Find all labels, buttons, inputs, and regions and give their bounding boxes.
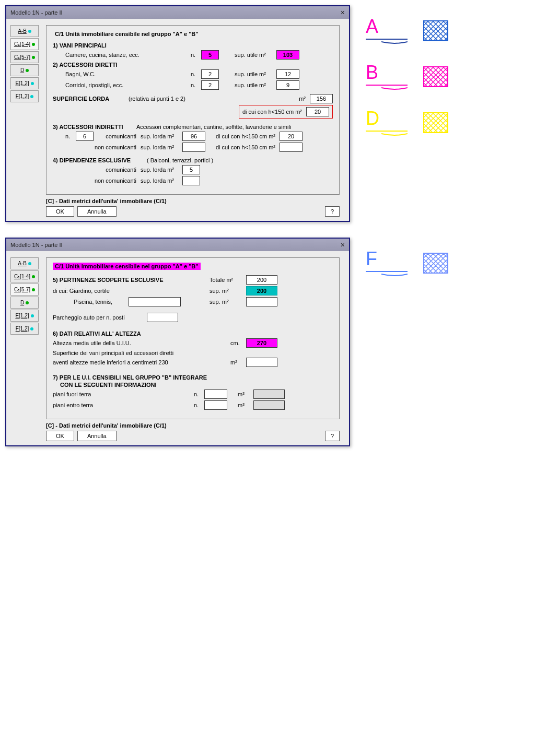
tab-c114[interactable]: C₁[1-4]: [10, 270, 39, 282]
section-3: 3) ACCESSORI INDIRETTI: [53, 124, 136, 130]
label-giardino: di cui: Giardino, cortile: [53, 288, 210, 294]
legend-hl: C/1 Unità immobiliare censibile nel grup…: [53, 263, 201, 270]
input-altezza[interactable]: [246, 338, 277, 348]
section-7: 7) PER LE U.I. CENSIBILI NEL GRUPPO "B" …: [53, 374, 333, 381]
dot-icon: [32, 288, 35, 291]
label-sup-utile: sup. utile m²: [235, 52, 276, 58]
section-5: 5) PERTINENZE SCOPERTE ESCLUSIVE: [53, 277, 210, 283]
input-s3-com[interactable]: [182, 132, 205, 141]
input-fuori-m3[interactable]: [253, 389, 285, 399]
legend-area-bottom: F: [366, 238, 496, 294]
input-h150[interactable]: [306, 107, 329, 116]
tab-d[interactable]: D: [10, 297, 39, 309]
input-s2b-n[interactable]: [201, 80, 219, 90]
help-button[interactable]: ?: [325, 431, 340, 441]
label-s6b: Superficie dei vani principali ed access…: [53, 350, 173, 356]
letter-b: B: [366, 62, 413, 84]
label-h150: di cui con h<150 cm m²: [216, 133, 275, 139]
label-sup: sup. m²: [210, 299, 246, 305]
help-button[interactable]: ?: [325, 206, 340, 217]
tab-f12[interactable]: F[1,2]: [10, 323, 39, 335]
dot-icon: [30, 95, 33, 98]
legend: C/1 Unità immobiliare censibile nel grup…: [53, 31, 201, 37]
input-s3-noncom-h150[interactable]: [280, 143, 303, 152]
label-s6c: aventi altezze medie inferiori a centime…: [53, 359, 230, 365]
tab-c114[interactable]: C₁[1-4]: [10, 38, 39, 50]
tab-c157[interactable]: C₁[5-7]: [10, 284, 39, 296]
sidebar: A-B C₁[1-4] C₁[5-7] D E[1,2] F[1,2]: [10, 257, 39, 441]
input-piscina[interactable]: [246, 297, 277, 306]
titlebar: Modello 1N - parte II ×: [6, 6, 349, 19]
letter-f: F: [366, 248, 413, 270]
label-n: n.: [65, 133, 76, 139]
hatch-icon: [423, 253, 448, 274]
tab-c157[interactable]: C₁[5-7]: [10, 51, 39, 63]
dot-icon: [26, 69, 29, 72]
label-superficie-lorda: SUPERFICIE LORDA: [53, 96, 129, 102]
label-n: n.: [194, 391, 204, 397]
input-entro-m3[interactable]: [253, 400, 285, 410]
dot-icon: [32, 275, 35, 278]
label-m2: m²: [299, 96, 306, 102]
input-giardino[interactable]: [246, 286, 277, 296]
close-icon[interactable]: ×: [341, 241, 345, 249]
input-s1-n[interactable]: [201, 50, 219, 60]
label-fuori-terra: piani fuori terra: [53, 391, 194, 397]
input-s4-noncom[interactable]: [182, 176, 200, 185]
tab-ab[interactable]: A-B: [10, 25, 39, 37]
cancel-button[interactable]: Annulla: [77, 431, 117, 441]
label-sup-lorda: sup. lorda m²: [141, 144, 182, 150]
dialog-top: Modello 1N - parte II × A-B C₁[1-4] C₁[5…: [5, 5, 350, 222]
label-sup-lorda: sup. lorda m²: [141, 133, 182, 139]
legend-item-a: A: [366, 16, 496, 46]
tab-f12[interactable]: F[1,2]: [10, 90, 39, 102]
label-m2: m²: [230, 359, 246, 365]
window-title: Modello 1N - parte II: [10, 9, 63, 16]
section-2: 2) ACCESSORI DIRETTI: [53, 62, 333, 68]
dialog-bottom: Modello 1N - parte II × A-B C₁[1-4] C₁[5…: [5, 238, 350, 446]
input-s1-sup[interactable]: [276, 50, 299, 60]
input-s4-com[interactable]: [182, 165, 200, 174]
input-s2a-n[interactable]: [201, 69, 219, 79]
window-title: Modello 1N - parte II: [10, 242, 63, 248]
letter-a: A: [366, 16, 413, 38]
section-4: 4) DIPENDENZE ESCLUSIVE: [53, 157, 147, 163]
input-s3-noncom[interactable]: [182, 143, 205, 152]
input-s6-m2[interactable]: [246, 358, 277, 367]
legend-item-d: D: [366, 108, 496, 138]
input-s2b-sup[interactable]: [276, 80, 299, 90]
label-corridoi: Corridoi, ripostigli, ecc.: [65, 82, 191, 88]
cancel-button[interactable]: Annulla: [77, 206, 117, 217]
input-piscina-desc[interactable]: [129, 297, 181, 306]
label-totale: Totale m²: [210, 277, 246, 283]
label-m3: m³: [238, 391, 253, 397]
titlebar: Modello 1N - parte II ×: [6, 239, 349, 251]
label-sup-utile: sup. utile m²: [235, 71, 276, 77]
label-piscina: Piscina, tennis,: [74, 299, 129, 305]
label-parcheggio: Parcheggio auto per n. posti: [53, 314, 147, 321]
label-entro-terra: piani entro terra: [53, 402, 194, 408]
label-n: n.: [191, 82, 201, 88]
tab-ab[interactable]: A-B: [10, 257, 39, 269]
dot-icon: [30, 327, 33, 330]
input-entro-n[interactable]: [204, 400, 227, 410]
input-fuori-n[interactable]: [204, 389, 227, 399]
label-sup-lorda: sup. lorda m²: [141, 167, 182, 173]
dot-icon: [28, 30, 31, 33]
label-non-comunicanti: non comunicanti: [94, 144, 141, 150]
tab-e12[interactable]: E[1,2]: [10, 77, 39, 89]
close-icon[interactable]: ×: [341, 8, 345, 17]
input-totale[interactable]: [246, 275, 277, 285]
ok-button[interactable]: OK: [46, 206, 74, 217]
tab-e12[interactable]: E[1,2]: [10, 310, 39, 322]
section-1: 1) VANI PRINCIPALI: [53, 42, 333, 49]
legend-item-f: F: [366, 248, 496, 278]
tab-d[interactable]: D: [10, 64, 39, 76]
input-parcheggio[interactable]: [147, 313, 178, 322]
input-s3-n[interactable]: [76, 132, 94, 141]
input-s3-h150[interactable]: [280, 132, 303, 141]
ok-button[interactable]: OK: [46, 431, 74, 441]
label-sup: sup. m²: [210, 288, 246, 294]
input-lorda[interactable]: [310, 94, 333, 103]
input-s2a-sup[interactable]: [276, 69, 299, 79]
